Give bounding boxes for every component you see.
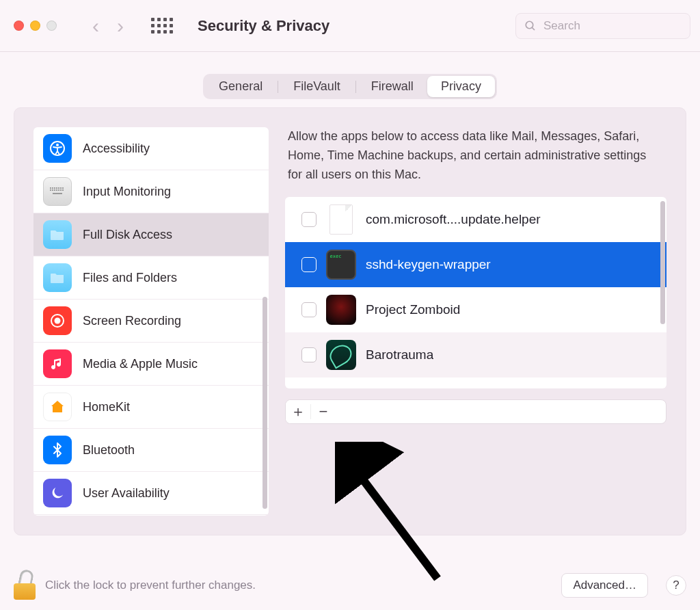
app-name: Project Zomboid	[366, 302, 460, 317]
svg-rect-18	[62, 189, 64, 191]
window-title: Security & Privacy	[198, 17, 329, 35]
music-icon	[43, 349, 72, 378]
search-icon	[524, 20, 537, 32]
permission-description: Allow the apps below to access data like…	[285, 127, 667, 197]
svg-rect-9	[58, 187, 59, 189]
terminal-icon	[326, 250, 356, 280]
svg-rect-6	[52, 187, 53, 189]
keyboard-icon	[43, 177, 72, 206]
svg-point-3	[56, 144, 59, 146]
folder-icon	[43, 263, 72, 292]
add-app-button[interactable]: ＋	[286, 400, 310, 423]
tab-firewall[interactable]: Firewall	[358, 76, 427, 97]
svg-rect-13	[52, 189, 53, 191]
titlebar: ‹ › Security & Privacy	[0, 0, 700, 52]
search-field-wrap[interactable]	[515, 13, 690, 39]
show-all-prefs-button[interactable]	[151, 18, 173, 34]
svg-point-21	[55, 318, 61, 324]
tabs-row: General FileVault Firewall Privacy	[0, 52, 700, 99]
svg-rect-12	[50, 189, 51, 191]
moon-icon	[43, 479, 72, 507]
sidebar-item-bluetooth[interactable]: Bluetooth	[33, 429, 269, 472]
svg-rect-14	[54, 189, 55, 191]
lock-hint: Click the lock to prevent further change…	[45, 579, 256, 592]
svg-rect-7	[54, 187, 55, 189]
sidebar-item-label: HomeKit	[83, 400, 130, 414]
tab-divider	[278, 81, 278, 93]
bluetooth-icon	[43, 436, 72, 464]
advanced-button[interactable]: Advanced…	[561, 573, 648, 598]
tab-filevault[interactable]: FileVault	[280, 76, 354, 97]
sidebar-item-homekit[interactable]: HomeKit	[33, 386, 269, 429]
sidebar-item-label: Files and Folders	[83, 271, 177, 285]
home-icon	[43, 393, 72, 421]
right-pane: Allow the apps below to access data like…	[285, 127, 667, 516]
svg-rect-11	[62, 187, 64, 189]
project-zomboid-icon	[326, 295, 356, 325]
sidebar-item-label: Bluetooth	[83, 443, 135, 458]
tab-privacy[interactable]: Privacy	[427, 76, 495, 97]
sidebar-item-full-disk-access[interactable]: Full Disk Access	[33, 213, 269, 256]
app-checkbox[interactable]	[301, 212, 317, 227]
screen-record-icon	[43, 306, 72, 335]
sidebar-item-label: User Availability	[83, 486, 170, 501]
app-checkbox[interactable]	[301, 302, 317, 317]
svg-rect-5	[50, 187, 51, 189]
sidebar-item-label: Input Monitoring	[83, 185, 171, 199]
svg-line-1	[532, 27, 535, 30]
sidebar-item-screen-recording[interactable]: Screen Recording	[33, 300, 269, 343]
app-name: Barotrauma	[366, 347, 433, 362]
sidebar-item-automation[interactable]: Automation	[33, 515, 269, 516]
sidebar-item-label: Media & Apple Music	[83, 357, 198, 371]
sidebar-item-accessibility[interactable]: Accessibility	[33, 127, 269, 170]
app-row[interactable]: Project Zomboid	[285, 287, 667, 332]
svg-point-0	[526, 21, 533, 29]
close-window-button[interactable]	[14, 21, 24, 31]
window-controls	[14, 21, 57, 31]
sidebar-item-user-availability[interactable]: User Availability	[33, 472, 269, 515]
app-row[interactable]: Barotrauma	[285, 332, 667, 377]
app-checkbox[interactable]	[301, 257, 317, 272]
add-remove-controls: ＋ −	[285, 399, 667, 424]
tabs: General FileVault Firewall Privacy	[203, 74, 497, 99]
svg-rect-15	[56, 189, 57, 191]
sidebar-item-label: Screen Recording	[83, 314, 181, 328]
accessibility-icon	[43, 134, 72, 163]
sidebar-item-label: Full Disk Access	[83, 228, 172, 242]
sidebar-item-label: Accessibility	[83, 142, 150, 156]
app-checkbox[interactable]	[301, 347, 317, 362]
zoom-window-button[interactable]	[46, 21, 57, 31]
help-button[interactable]: ?	[666, 575, 686, 596]
svg-rect-8	[56, 187, 57, 189]
app-list-scrollbar[interactable]	[660, 201, 665, 324]
svg-rect-10	[60, 187, 62, 189]
svg-rect-16	[58, 189, 59, 191]
privacy-category-list: Accessibility Input Monitoring	[33, 127, 269, 516]
document-icon	[326, 204, 356, 235]
sidebar-item-files-folders[interactable]: Files and Folders	[33, 256, 269, 300]
app-list: com.microsoft....update.helper sshd-keyg…	[285, 197, 667, 388]
app-name: com.microsoft....update.helper	[366, 212, 541, 227]
sidebar-scrollbar[interactable]	[262, 297, 267, 509]
tab-general[interactable]: General	[205, 76, 276, 97]
sidebar-item-media-music[interactable]: Media & Apple Music	[33, 343, 269, 386]
app-name: sshd-keygen-wrapper	[366, 257, 491, 272]
svg-rect-19	[53, 193, 62, 194]
lock-button[interactable]	[14, 571, 36, 600]
minimize-window-button[interactable]	[30, 21, 40, 31]
remove-app-button[interactable]: −	[311, 400, 336, 423]
svg-rect-17	[60, 189, 62, 191]
app-row[interactable]: sshd-keygen-wrapper	[285, 242, 667, 287]
barotrauma-icon	[326, 340, 356, 370]
app-row[interactable]: com.microsoft....update.helper	[285, 197, 667, 242]
sidebar-item-input-monitoring[interactable]: Input Monitoring	[33, 170, 269, 213]
back-button[interactable]: ‹	[92, 16, 99, 36]
folder-icon	[43, 220, 72, 249]
forward-button[interactable]: ›	[117, 16, 124, 36]
search-input[interactable]	[543, 19, 682, 33]
footer: Click the lock to prevent further change…	[14, 568, 686, 603]
main-panel: Accessibility Input Monitoring	[14, 107, 686, 535]
tab-divider	[355, 81, 356, 93]
nav-buttons: ‹ ›	[92, 16, 124, 36]
